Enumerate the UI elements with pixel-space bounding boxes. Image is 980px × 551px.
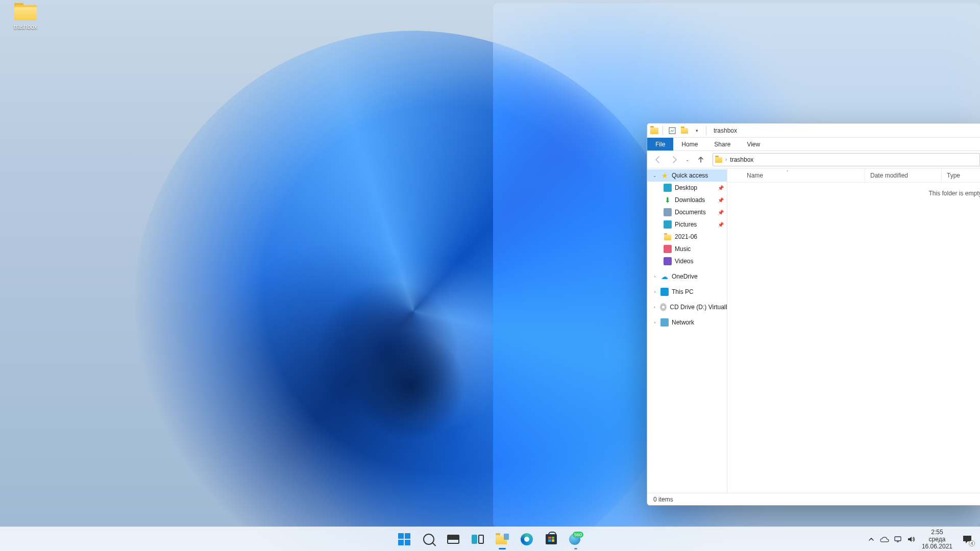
notifications-button[interactable]: 4	[958, 529, 977, 549]
svg-rect-1	[895, 537, 901, 541]
navpane-label: Videos	[675, 258, 693, 265]
navpane-recent-folder[interactable]: 2021-06	[647, 231, 727, 243]
navpane-music[interactable]: Music	[647, 243, 727, 255]
tray-onedrive-icon[interactable]	[879, 529, 890, 549]
tray-network-icon[interactable]	[892, 529, 903, 549]
column-label: Name	[747, 172, 763, 179]
pin-icon: 📌	[718, 222, 724, 228]
column-date[interactable]: Date modified	[865, 168, 942, 182]
nav-back-button[interactable]	[650, 153, 666, 167]
start-button[interactable]	[393, 528, 415, 550]
widgets-icon	[472, 535, 484, 544]
navpane-label: Network	[672, 319, 694, 326]
separator	[663, 126, 663, 135]
navpane-this-pc[interactable]: › This PC	[647, 286, 727, 298]
column-headers: Name ˄ Date modified Type	[727, 168, 980, 183]
ribbon-tab-share[interactable]: Share	[706, 138, 739, 151]
badge: 560	[573, 532, 583, 538]
qat-properties-icon[interactable]	[667, 125, 677, 136]
tray-volume-icon[interactable]	[905, 529, 917, 549]
navpane-label: CD Drive (D:) VirtualBox	[670, 304, 727, 311]
column-name[interactable]: Name ˄	[727, 168, 865, 182]
qat-customize-icon[interactable]: ▾	[692, 125, 702, 136]
globe-icon: 560	[569, 534, 582, 545]
documents-icon	[664, 208, 672, 216]
navpane-label: Downloads	[675, 196, 705, 204]
tray-chevron-button[interactable]	[866, 529, 877, 549]
navpane-label: Quick access	[672, 172, 708, 179]
navpane-label: This PC	[672, 288, 694, 295]
pictures-icon	[664, 220, 672, 229]
desktop-icon-label: trashbox	[5, 23, 46, 31]
window-icon	[650, 127, 658, 135]
videos-icon	[664, 257, 672, 265]
navpane-onedrive[interactable]: › ☁ OneDrive	[647, 270, 727, 283]
search-button[interactable]	[418, 528, 440, 550]
taskbar-app-file-explorer[interactable]	[491, 528, 513, 550]
column-label: Date modified	[870, 172, 908, 179]
ribbon-tab-home[interactable]: Home	[673, 138, 706, 151]
widgets-button[interactable]	[467, 528, 489, 550]
navpane-label: Pictures	[675, 221, 697, 228]
column-type[interactable]: Type	[942, 168, 980, 182]
file-explorer-icon	[496, 534, 509, 545]
system-tray: 2:55 среда 16.06.2021 4	[866, 527, 977, 551]
navpane-cd-drive[interactable]: › CD Drive (D:) VirtualBox	[647, 301, 727, 313]
chevron-right-icon[interactable]: ›	[652, 320, 657, 325]
navpane-documents[interactable]: Documents 📌	[647, 206, 727, 218]
navigation-bar: ⌄ › trashbox	[647, 151, 980, 168]
edge-icon	[521, 533, 533, 545]
chevron-right-icon[interactable]: ›	[652, 305, 657, 310]
chevron-down-icon[interactable]: ⌄	[652, 173, 657, 178]
clock-date: 16.06.2021	[922, 543, 952, 550]
file-explorer-window[interactable]: ▾ trashbox File Home Share View ⌄ ›	[647, 123, 980, 506]
desktop-icon-trashbox[interactable]: trashbox	[5, 3, 46, 31]
navpane-videos[interactable]: Videos	[647, 255, 727, 267]
navpane-label: Music	[675, 245, 691, 253]
chevron-right-icon[interactable]: ›	[652, 274, 657, 279]
pin-icon: 📌	[718, 197, 724, 203]
pin-icon: 📌	[718, 210, 724, 215]
ribbon-tab-file[interactable]: File	[647, 138, 673, 151]
desktop[interactable]: trashbox ▾ trashbox File Home Share View	[0, 0, 980, 551]
chevron-right-icon[interactable]: ›	[652, 289, 657, 294]
sort-asc-icon: ˄	[787, 170, 789, 174]
nav-recent-button[interactable]: ⌄	[683, 153, 692, 167]
taskbar-app-edge[interactable]	[516, 528, 538, 550]
navpane-label: 2021-06	[675, 233, 697, 240]
address-bar[interactable]: › trashbox	[713, 153, 980, 166]
nav-forward-button[interactable]	[667, 153, 682, 167]
navpane-desktop[interactable]: Desktop 📌	[647, 182, 727, 194]
titlebar[interactable]: ▾ trashbox	[647, 123, 980, 138]
folder-icon	[715, 156, 722, 163]
column-label: Type	[947, 172, 960, 179]
disc-icon	[660, 303, 667, 311]
content-pane[interactable]: Name ˄ Date modified Type This folder is…	[727, 168, 980, 493]
clock-time: 2:55	[922, 529, 952, 536]
taskview-icon	[447, 535, 459, 544]
download-icon: ⬇	[664, 196, 672, 204]
ribbon-tab-view[interactable]: View	[739, 138, 768, 151]
empty-folder-message: This folder is empty.	[727, 183, 980, 197]
separator	[706, 126, 706, 135]
taskview-button[interactable]	[442, 528, 464, 550]
navpane-downloads[interactable]: ⬇ Downloads 📌	[647, 194, 727, 206]
taskbar-clock[interactable]: 2:55 среда 16.06.2021	[919, 529, 955, 550]
navpane-pictures[interactable]: Pictures 📌	[647, 218, 727, 231]
windows-logo-icon	[398, 533, 410, 545]
navigation-pane[interactable]: ⌄ ★ Quick access Desktop 📌 ⬇ Downloads 📌…	[647, 168, 727, 493]
network-icon	[660, 318, 669, 327]
folder-icon	[664, 233, 672, 241]
taskbar[interactable]: 560 2:55 среда 16.06.2021	[0, 527, 980, 551]
navpane-quick-access[interactable]: ⌄ ★ Quick access	[647, 169, 727, 182]
nav-up-button[interactable]	[693, 153, 708, 167]
qat-newfolder-icon[interactable]	[679, 125, 690, 136]
explorer-body: ⌄ ★ Quick access Desktop 📌 ⬇ Downloads 📌…	[647, 168, 980, 493]
status-items: 0 items	[653, 496, 673, 503]
pin-icon: 📌	[718, 185, 724, 191]
navpane-label: Desktop	[675, 184, 697, 191]
breadcrumb-item[interactable]: trashbox	[730, 156, 753, 163]
taskbar-app-store[interactable]	[540, 528, 562, 550]
taskbar-app-chat[interactable]: 560	[565, 528, 587, 550]
navpane-network[interactable]: › Network	[647, 316, 727, 329]
